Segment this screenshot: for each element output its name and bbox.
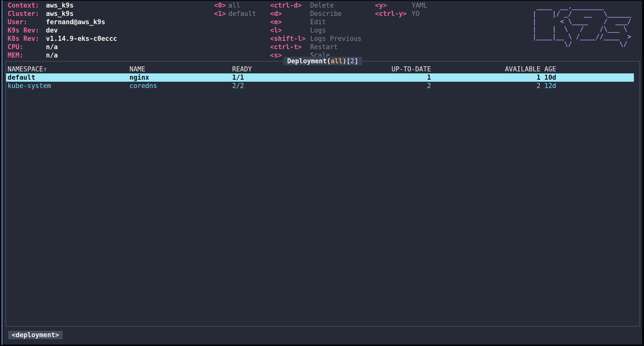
cell-available: 2 bbox=[431, 82, 541, 90]
hotkey-label: Logs bbox=[310, 26, 326, 34]
info-label: Context: bbox=[8, 1, 46, 10]
cell-ready: 1/1 bbox=[232, 73, 391, 82]
info-value: n/a bbox=[46, 51, 58, 59]
info-label: Cluster: bbox=[8, 10, 46, 18]
info-value: dev bbox=[46, 26, 58, 34]
cell-name: nginx bbox=[129, 73, 232, 82]
info-row-user: User:fernand@aws_k9s bbox=[8, 18, 117, 26]
hotkey-key: <1> bbox=[214, 10, 228, 18]
hotkey-key: <0> bbox=[214, 1, 228, 10]
hotkey-yo: <ctrl-y>YO bbox=[375, 10, 427, 18]
cell-age: 12d bbox=[541, 82, 634, 90]
info-row-cpu: CPU:n/a bbox=[8, 43, 117, 51]
panel-title-resource: Deployment( bbox=[287, 57, 331, 65]
col-ready: READY bbox=[232, 65, 391, 73]
panel-title-punct: )[ bbox=[342, 57, 350, 65]
info-label: User: bbox=[8, 18, 46, 26]
table-row-kube-system-coredns[interactable]: kube-system coredns 2/2 2 2 12d bbox=[6, 82, 634, 90]
cell-up-to-date: 2 bbox=[391, 82, 431, 90]
panel-title-close: ] bbox=[354, 57, 358, 65]
hotkey-yaml: <y>YAML bbox=[375, 1, 427, 10]
hotkey-describe: <d>Describe bbox=[270, 10, 362, 18]
breadcrumb-deployment: <deployment> bbox=[8, 331, 63, 339]
hotkey-label: Restart bbox=[310, 43, 338, 51]
hotkey-label: Logs Previous bbox=[310, 35, 362, 42]
hotkey-key: <ctrl-d> bbox=[270, 1, 310, 10]
hotkey-label: Delete bbox=[310, 2, 334, 9]
namespace-hotkeys: <0>all <1>default bbox=[214, 1, 256, 18]
hotkey-key: <shift-l> bbox=[270, 35, 310, 43]
logo-line: ____ __.________ bbox=[532, 3, 631, 10]
hotkey-label: YAML bbox=[412, 2, 427, 9]
table-row-default-nginx[interactable]: default nginx 1/1 1 1 10d bbox=[6, 73, 634, 82]
logo-line: \/ \/ bbox=[532, 40, 631, 48]
k9s-ascii-logo: ____ __.________ | |/ _/ __ \______ | < … bbox=[532, 3, 631, 48]
window-edge-top bbox=[0, 0, 644, 1]
action-hotkeys: <ctrl-d>Delete <d>Describe <e>Edit <l>Lo… bbox=[270, 1, 362, 60]
hotkey-label: all bbox=[228, 2, 240, 9]
col-age: AGE bbox=[541, 65, 634, 73]
sort-arrow-icon: ↑ bbox=[43, 65, 47, 73]
hotkey-label: Describe bbox=[310, 10, 342, 17]
logo-line: | < \____ / ___/ bbox=[532, 18, 631, 25]
info-row-mem: MEM:n/a bbox=[8, 51, 117, 60]
info-label: CPU: bbox=[8, 43, 46, 51]
cluster-info: Context:aws_k9s Cluster:aws_k9s User:fer… bbox=[8, 1, 117, 60]
hotkey-label: default bbox=[228, 10, 256, 17]
cell-name: coredns bbox=[129, 82, 232, 90]
cell-age: 10d bbox=[541, 73, 634, 82]
cell-ready: 2/2 bbox=[232, 82, 391, 90]
info-value: v1.14.9-eks-c0eccc bbox=[46, 35, 117, 42]
info-row-context: Context:aws_k9s bbox=[8, 1, 117, 10]
hotkey-default: <1>default bbox=[214, 10, 256, 18]
hotkey-logs: <l>Logs bbox=[270, 26, 362, 35]
info-value: n/a bbox=[46, 43, 58, 51]
window-edge-right bbox=[642, 0, 644, 346]
hotkey-key: <ctrl-t> bbox=[270, 43, 310, 51]
hotkey-key: <ctrl-y> bbox=[375, 10, 412, 18]
info-value: aws_k9s bbox=[46, 2, 74, 9]
logo-line: |____|__ \ /____//____ > bbox=[532, 33, 631, 40]
hotkey-edit: <e>Edit bbox=[270, 18, 362, 26]
hotkey-all: <0>all bbox=[214, 1, 256, 10]
cell-namespace: default bbox=[6, 73, 129, 82]
panel-title-namespace: all bbox=[331, 57, 342, 65]
table-header-row: NAMESPACE↑ NAME READY UP-TO-DATE AVAILAB… bbox=[6, 65, 634, 73]
col-up-to-date: UP-TO-DATE bbox=[391, 65, 431, 73]
hotkey-label: Edit bbox=[310, 18, 326, 26]
hotkey-key: <e> bbox=[270, 18, 310, 26]
info-label: K9s Rev: bbox=[8, 26, 46, 35]
terminal-screen: Context:aws_k9s Cluster:aws_k9s User:fer… bbox=[0, 0, 644, 346]
cell-available: 1 bbox=[431, 73, 541, 82]
hotkey-key: <d> bbox=[270, 10, 310, 18]
panel-title-count: 2 bbox=[351, 57, 355, 65]
window-edge-bottom bbox=[0, 344, 644, 346]
info-label: K8s Rev: bbox=[8, 35, 46, 43]
window-left-stripe bbox=[1, 1, 3, 345]
yaml-hotkeys: <y>YAML <ctrl-y>YO bbox=[375, 1, 427, 18]
hotkey-restart: <ctrl-t>Restart bbox=[270, 43, 362, 51]
hotkey-delete: <ctrl-d>Delete bbox=[270, 1, 362, 10]
info-row-cluster: Cluster:aws_k9s bbox=[8, 10, 117, 18]
col-namespace: NAMESPACE↑ bbox=[6, 65, 129, 73]
deployments-panel-border bbox=[6, 61, 640, 327]
hotkey-key: <y> bbox=[375, 1, 412, 10]
col-name: NAME bbox=[129, 65, 232, 73]
info-value: aws_k9s bbox=[46, 10, 74, 17]
panel-title: Deployment(all)[2] bbox=[283, 57, 362, 65]
cell-namespace: kube-system bbox=[6, 82, 129, 90]
hotkey-logs-previous: <shift-l>Logs Previous bbox=[270, 35, 362, 43]
info-row-k8s-rev: K8s Rev:v1.14.9-eks-c0eccc bbox=[8, 35, 117, 43]
info-value: fernand@aws_k9s bbox=[46, 18, 105, 26]
hotkey-key: <l> bbox=[270, 26, 310, 35]
info-label: MEM: bbox=[8, 51, 46, 60]
info-row-k9s-rev: K9s Rev:dev bbox=[8, 26, 117, 35]
cell-up-to-date: 1 bbox=[391, 73, 431, 82]
col-available: AVAILABLE bbox=[431, 65, 541, 73]
logo-line: | |/ _/ __ \______ bbox=[532, 10, 631, 18]
col-namespace-label: NAMESPACE bbox=[8, 65, 43, 73]
logo-line: | | \ / /\___ \ bbox=[532, 25, 631, 33]
hotkey-label: YO bbox=[412, 10, 419, 17]
